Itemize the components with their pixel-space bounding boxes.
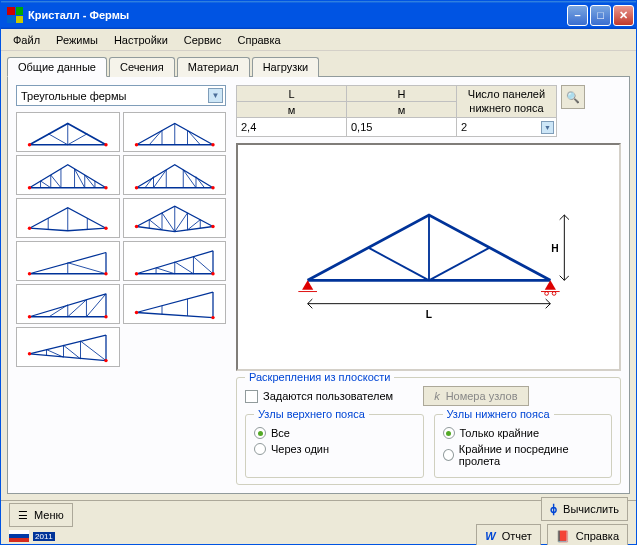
tab-general[interactable]: Общие данные <box>7 57 107 77</box>
svg-line-22 <box>51 175 61 188</box>
preview-button[interactable]: 🔍 <box>561 85 585 109</box>
truss-thumb-9[interactable] <box>16 284 120 324</box>
truss-thumb-3[interactable] <box>16 155 120 195</box>
truss-thumb-10[interactable] <box>123 284 227 324</box>
left-column: Треугольные фермы ▼ <box>16 85 226 485</box>
flag-icon <box>9 530 29 542</box>
svg-line-33 <box>183 170 196 188</box>
truss-thumb-6[interactable] <box>123 198 227 238</box>
help-button[interactable]: 📕 Справка <box>547 524 628 545</box>
svg-point-5 <box>104 143 107 146</box>
phi-icon: ϕ <box>550 503 557 516</box>
svg-line-10 <box>187 130 200 144</box>
svg-line-50 <box>174 213 187 232</box>
svg-point-12 <box>134 143 137 146</box>
panels-label-2: нижнего пояса <box>469 102 543 114</box>
truss-thumb-4[interactable] <box>123 155 227 195</box>
menu-service[interactable]: Сервис <box>176 32 230 48</box>
lower-chord-group: Узлы нижнего пояса Только крайние Крайни… <box>434 414 613 478</box>
svg-point-70 <box>134 272 137 275</box>
svg-point-37 <box>211 186 214 189</box>
checkbox-icon <box>245 390 258 403</box>
svg-text:L: L <box>425 309 431 320</box>
menu-icon: ☰ <box>18 509 28 522</box>
svg-line-67 <box>156 268 175 274</box>
H-input[interactable]: 0,15 <box>347 118 457 137</box>
svg-point-108 <box>544 292 548 296</box>
calculate-button[interactable]: ϕ Вычислить <box>541 497 628 521</box>
nodes-icon: k <box>434 390 440 402</box>
svg-point-13 <box>211 143 214 146</box>
userdef-checkbox[interactable]: Задаются пользователем <box>245 390 393 403</box>
panels-select[interactable]: 2 ▼ <box>457 118 556 136</box>
menubar: Файл Режимы Настройки Сервис Справка <box>1 29 636 51</box>
menu-modes[interactable]: Режимы <box>48 32 106 48</box>
svg-point-25 <box>28 186 31 189</box>
truss-thumb-7[interactable] <box>16 241 120 281</box>
svg-point-52 <box>134 225 137 228</box>
year-badge: 2011 <box>33 532 55 541</box>
truss-thumb-11[interactable] <box>16 327 120 367</box>
titlebar[interactable]: Кристалл - Фермы – □ ✕ <box>1 1 636 29</box>
menu-file[interactable]: Файл <box>5 32 48 48</box>
truss-thumb-2[interactable] <box>123 112 227 152</box>
bracing-title: Раскрепления из плоскости <box>245 371 394 383</box>
svg-marker-104 <box>302 280 313 289</box>
svg-line-75 <box>49 305 68 317</box>
lower-title: Узлы нижнего пояса <box>443 408 554 420</box>
lower-edges-radio[interactable]: Только крайние <box>443 427 604 439</box>
chevron-down-icon: ▼ <box>541 121 554 134</box>
svg-line-30 <box>153 170 166 188</box>
svg-point-59 <box>28 272 31 275</box>
L-input[interactable]: 2,4 <box>237 118 347 137</box>
menu-help[interactable]: Справка <box>229 32 288 48</box>
H-label: H <box>347 86 457 102</box>
menu-button[interactable]: ☰ Меню <box>9 503 73 527</box>
book-icon: 📕 <box>556 530 570 543</box>
svg-line-3 <box>68 134 88 145</box>
truss-type-combo[interactable]: Треугольные фермы ▼ <box>16 85 226 106</box>
upper-title: Узлы верхнего пояса <box>254 408 369 420</box>
L-unit: м <box>237 102 347 118</box>
svg-line-90 <box>30 354 107 361</box>
upper-chord-group: Узлы верхнего пояса Все Через один <box>245 414 424 478</box>
tabs: Общие данные Сечения Материал Нагрузки <box>7 57 630 77</box>
window-title: Кристалл - Фермы <box>28 9 129 21</box>
svg-line-49 <box>162 213 175 232</box>
tab-material[interactable]: Материал <box>177 57 250 77</box>
svg-line-2 <box>48 134 68 145</box>
report-button[interactable]: W Отчет <box>476 524 541 545</box>
tab-loads[interactable]: Нагрузки <box>252 57 320 77</box>
bottom-bar: ☰ Меню 2011 ϕ Вычислить W Отчет <box>1 500 636 544</box>
svg-line-68 <box>174 262 193 274</box>
upper-alt-radio[interactable]: Через один <box>254 443 415 455</box>
svg-line-102 <box>368 248 429 281</box>
truss-thumb-8[interactable] <box>123 241 227 281</box>
thumbnails <box>16 112 226 367</box>
svg-text:H: H <box>551 243 558 254</box>
lower-mid-radio[interactable]: Крайние и посредине пролета <box>443 443 604 467</box>
svg-line-58 <box>68 263 106 274</box>
svg-line-82 <box>136 292 213 312</box>
svg-point-81 <box>104 315 107 318</box>
node-numbers-button: k Номера узлов <box>423 386 528 406</box>
svg-line-8 <box>149 130 162 144</box>
truss-diagram: L H <box>236 143 621 371</box>
svg-point-98 <box>28 352 31 355</box>
word-icon: W <box>485 530 495 542</box>
svg-line-24 <box>85 175 95 188</box>
tab-sections[interactable]: Сечения <box>109 57 175 77</box>
truss-thumb-5[interactable] <box>16 198 120 238</box>
upper-all-radio[interactable]: Все <box>254 427 415 439</box>
chevron-down-icon: ▼ <box>208 88 223 103</box>
svg-point-60 <box>104 272 107 275</box>
close-button[interactable]: ✕ <box>613 5 634 26</box>
truss-thumb-1[interactable] <box>16 112 120 152</box>
maximize-button[interactable]: □ <box>590 5 611 26</box>
svg-line-83 <box>136 313 213 318</box>
bracing-group: Раскрепления из плоскости Задаются польз… <box>236 377 621 485</box>
app-icon <box>7 7 23 23</box>
minimize-button[interactable]: – <box>567 5 588 26</box>
param-table: L H Число панелей нижнего пояса м м <box>236 85 621 137</box>
menu-settings[interactable]: Настройки <box>106 32 176 48</box>
